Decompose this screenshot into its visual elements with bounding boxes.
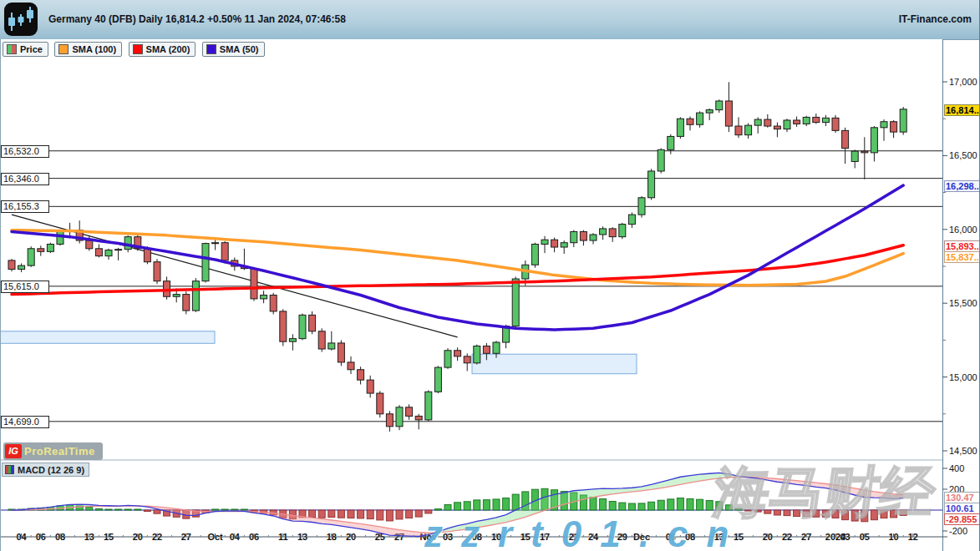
candle-down (794, 120, 800, 124)
candle-up (871, 128, 877, 153)
macd-histogram-bar-up (735, 508, 742, 510)
macd-histogram-bar-up (444, 505, 451, 510)
macd-histogram-bar-down (328, 510, 335, 518)
candle-up (668, 136, 674, 149)
candle-up (512, 279, 519, 326)
macd-histogram-bar-down (367, 510, 373, 519)
macd-histogram-bar-down (348, 510, 354, 518)
macd-histogram-bar-up (464, 502, 470, 510)
candle-down (609, 229, 616, 237)
macd-histogram-bar-up (658, 500, 664, 510)
candle-down (367, 380, 373, 393)
candle-down (280, 311, 287, 341)
candle-up (173, 295, 180, 297)
macd-histogram-bar-down (386, 510, 393, 521)
macd-histogram-bar-up (600, 499, 607, 510)
macd-histogram-bar-down (842, 510, 849, 520)
candle-up (638, 198, 645, 215)
macd-histogram-bar-up (677, 498, 683, 510)
candle-up (192, 281, 199, 311)
candle-up (561, 243, 567, 247)
candle-down (358, 370, 364, 380)
macd-histogram-bar-up (590, 497, 597, 510)
candle-up (212, 243, 219, 244)
macd-histogram-bar-down (309, 510, 316, 518)
macd-histogram-bar-up (628, 503, 635, 510)
candle-down (735, 126, 742, 135)
candle-down (38, 249, 44, 252)
candle-up (434, 367, 441, 392)
candle-up (425, 392, 432, 420)
macd-histogram-bar-up (483, 500, 490, 510)
candle-down (687, 119, 693, 124)
price-chart-canvas[interactable] (0, 0, 980, 551)
macd-histogram-bar-up (687, 498, 693, 510)
macd-histogram-bar-up (221, 509, 228, 510)
candle-up (28, 249, 34, 265)
candle-down (386, 414, 393, 427)
candle-up (289, 339, 296, 342)
candle-down (251, 269, 257, 299)
support-zone (0, 331, 215, 343)
macd-histogram-bar-up (135, 509, 141, 510)
candle-up (105, 250, 112, 256)
macd-histogram-bar-up (619, 503, 626, 510)
candle-down (309, 315, 316, 331)
macd-histogram-bar-down (822, 510, 829, 517)
macd-histogram-bar-down (377, 510, 383, 520)
macd-indicator-legend[interactable]: MACD (12 26 9) (2, 463, 89, 477)
candle-down (764, 119, 771, 126)
macd-histogram-bar-down (318, 510, 325, 518)
candle-down (348, 362, 354, 370)
candle-down (8, 260, 15, 270)
candle-down (86, 240, 93, 249)
macd-histogram-bar-up (241, 509, 247, 510)
macd-histogram-bar-up (609, 501, 616, 510)
macd-histogram-bar-up (454, 503, 461, 510)
level-label[interactable]: 16,532.0 (1, 145, 49, 158)
macd-histogram-bar-down (813, 510, 820, 517)
macd-histogram-bar-up (86, 508, 93, 510)
macd-histogram-bar-up (697, 499, 703, 510)
level-label[interactable]: 16,346.0 (1, 173, 49, 185)
candle-up (716, 101, 723, 110)
macd-histogram-bar-up (124, 509, 131, 510)
candle-down (774, 126, 780, 129)
macd-histogram-bar-down (794, 510, 800, 517)
macd-series-icon (5, 465, 14, 474)
macd-histogram-bar-down (425, 510, 432, 513)
candle-up (590, 235, 597, 240)
macd-histogram-bar-down (784, 510, 790, 516)
macd-histogram-bar-up (503, 498, 510, 510)
candle-up (648, 171, 655, 198)
candle-down (154, 262, 160, 281)
candle-down (813, 117, 820, 122)
macd-histogram-bar-up (725, 505, 732, 510)
candle-down (551, 240, 558, 247)
macd-histogram-bar-down (764, 510, 771, 513)
macd-histogram-bar-down (338, 510, 344, 518)
prorealtime-logo[interactable]: IG ProRealTime (3, 442, 103, 460)
candle-down (377, 393, 383, 414)
candle-up (822, 118, 829, 122)
macd-histogram-bar-down (396, 510, 403, 519)
candle-up (202, 244, 209, 281)
macd-histogram-bar-up (493, 499, 500, 510)
macd-histogram-bar-up (434, 509, 441, 510)
candle-up (115, 250, 122, 250)
candle-up (541, 240, 548, 244)
candle-up (18, 265, 25, 269)
candle-up (803, 117, 810, 124)
macd-histogram-bar-up (706, 501, 713, 510)
candle-down (270, 295, 277, 311)
level-label[interactable]: 15,615.0 (1, 281, 49, 293)
level-label[interactable]: 16,155.3 (1, 200, 49, 213)
candle-up (754, 119, 761, 125)
candle-down (95, 249, 102, 256)
candle-up (396, 407, 403, 427)
macd-histogram-bar-up (716, 502, 723, 510)
candle-up (261, 295, 267, 298)
macd-histogram-bar-up (231, 509, 238, 510)
macd-histogram-bar-down (881, 510, 887, 518)
level-label[interactable]: 14,699.0 (1, 416, 49, 428)
